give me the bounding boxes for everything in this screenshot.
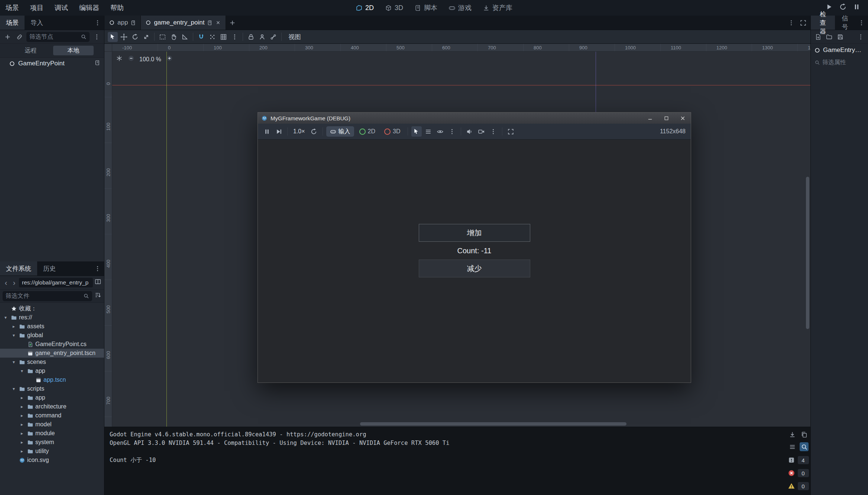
menu-item[interactable]: 调试 <box>49 0 74 16</box>
menu-item[interactable]: 帮助 <box>105 0 129 16</box>
scene-tab[interactable]: game_entry_point <box>141 16 226 30</box>
workspace-tab[interactable]: 3D <box>385 4 403 12</box>
select-mode-button[interactable] <box>411 126 422 137</box>
scene-tree-menu-icon[interactable] <box>92 32 101 42</box>
expand-chevron[interactable]: ▾ <box>10 386 17 391</box>
workspace-tab[interactable]: 资产库 <box>483 3 512 12</box>
select-tool-button[interactable] <box>108 32 118 42</box>
pixel-snap-toggle[interactable] <box>207 32 217 42</box>
expand-chevron[interactable]: ▸ <box>19 395 25 400</box>
inspector-tab[interactable]: 检查器 <box>811 16 835 30</box>
expand-chevron[interactable]: ▸ <box>19 422 25 427</box>
file-tree-row[interactable]: ▸ utility <box>0 447 104 456</box>
zoom-out-icon[interactable] <box>127 55 135 64</box>
expand-chevron[interactable]: ▸ <box>19 440 25 445</box>
expand-chevron[interactable]: ▸ <box>19 404 25 409</box>
file-tree-row[interactable]: app.tscn <box>0 375 104 384</box>
resource-options-icon[interactable] <box>856 32 865 42</box>
file-tree-row[interactable]: 收藏： <box>0 304 104 313</box>
expand-chevron[interactable]: ▸ <box>10 324 17 329</box>
filter-properties-input[interactable]: 筛选属性 <box>811 56 868 68</box>
visibility-button[interactable] <box>435 126 446 137</box>
message-count-badge[interactable]: 4 <box>788 456 809 464</box>
warning-count-badge[interactable]: 0 <box>788 482 809 490</box>
decrease-button[interactable]: 减少 <box>419 260 530 277</box>
sort-files-icon[interactable] <box>94 292 101 300</box>
maximize-window-icon[interactable] <box>658 113 674 124</box>
selection-options-icon[interactable] <box>447 126 457 137</box>
workspace-tab[interactable]: 脚本 <box>414 3 437 12</box>
save-resource-icon[interactable] <box>836 32 845 42</box>
skeleton-options-button[interactable] <box>268 32 278 42</box>
increase-button[interactable]: 增加 <box>419 224 530 242</box>
list-select-tool-button[interactable] <box>158 32 168 42</box>
current-path[interactable]: res://global/game_entry_p <box>19 278 93 287</box>
close-window-icon[interactable] <box>674 113 691 124</box>
ruler-tool-button[interactable] <box>180 32 190 42</box>
restart-button[interactable] <box>839 3 847 13</box>
workspace-tab[interactable]: 2D <box>356 4 374 12</box>
tree-mode-button[interactable]: 本地 <box>53 46 94 55</box>
file-tree-row[interactable]: ▸ app <box>0 393 104 402</box>
scene-dock-menu-icon[interactable] <box>91 16 104 30</box>
zoom-percent[interactable]: 100.0 % <box>139 56 161 63</box>
menu-item[interactable]: 项目 <box>25 0 49 16</box>
menu-item[interactable]: 编辑器 <box>74 0 105 16</box>
scene-dock-tab[interactable]: 导入 <box>25 16 49 30</box>
file-tree-row[interactable]: ▸ model <box>0 420 104 429</box>
vertical-scrollbar[interactable] <box>806 177 809 329</box>
filter-files-input[interactable]: 筛选文件 <box>3 291 92 301</box>
scene-dock-tab[interactable]: 场景 <box>0 16 25 30</box>
new-scene-tab-button[interactable] <box>226 16 239 30</box>
filesystem-tab[interactable]: 历史 <box>37 261 62 276</box>
file-tree-row[interactable]: ▾ global <box>0 331 104 340</box>
filesystem-tab[interactable]: 文件系统 <box>0 261 37 276</box>
file-tree-row[interactable]: game_entry_point.tscn <box>0 349 104 358</box>
file-tree-row[interactable]: ▸ architecture <box>0 402 104 411</box>
nav-forward-icon[interactable]: › <box>11 279 17 286</box>
move-tool-button[interactable] <box>119 32 129 42</box>
zoom-in-icon[interactable] <box>166 55 173 64</box>
file-tree-row[interactable]: ▾ scripts <box>0 384 104 393</box>
add-node-button[interactable] <box>3 32 12 42</box>
scale-tool-button[interactable] <box>141 32 151 42</box>
expand-chevron[interactable]: ▾ <box>10 333 17 338</box>
menu-item[interactable]: 场景 <box>0 0 25 16</box>
scene-tab[interactable]: app <box>104 16 141 30</box>
lock-node-button[interactable] <box>246 32 256 42</box>
fullscreen-game-button[interactable] <box>506 126 516 137</box>
tree-mode-button[interactable]: 远程 <box>10 46 51 55</box>
open-script-icon[interactable] <box>94 60 100 68</box>
file-tree-row[interactable]: ▸ system <box>0 438 104 447</box>
close-tab-icon[interactable] <box>215 20 221 26</box>
file-tree-row[interactable]: ▸ command <box>0 411 104 420</box>
2d-pick-toggle[interactable]: 2D <box>356 126 379 137</box>
grid-snap-toggle[interactable] <box>218 32 229 42</box>
minimize-window-icon[interactable] <box>642 113 658 124</box>
pause-game-button[interactable] <box>262 126 272 137</box>
3d-pick-toggle[interactable]: 3D <box>380 126 404 137</box>
file-tree-row[interactable]: ▾ app <box>0 367 104 375</box>
inspector-menu-icon[interactable] <box>855 16 868 30</box>
instance-scene-button[interactable] <box>14 32 24 42</box>
camera-override-button[interactable] <box>476 126 487 137</box>
time-scale-button[interactable]: 1.0× <box>291 128 307 135</box>
game-window-titlebar[interactable]: MyGFrameworkGame (DEBUG) <box>258 113 691 124</box>
collapse-duplicates-icon[interactable] <box>788 442 797 451</box>
inspected-node-row[interactable]: GameEntryPoint... <box>811 44 868 56</box>
file-tree-row[interactable]: GameEntryPoint.cs <box>0 340 104 349</box>
smart-snap-toggle[interactable] <box>196 32 206 42</box>
center-view-icon[interactable] <box>116 55 123 64</box>
view-menu-button[interactable]: 视图 <box>285 33 305 41</box>
reset-speed-icon[interactable] <box>309 126 319 137</box>
scene-tree-node[interactable]: GameEntryPoint <box>0 58 104 69</box>
file-tree-row[interactable]: ▸ module <box>0 429 104 438</box>
input-mode-toggle[interactable]: 输入 <box>326 126 354 137</box>
group-node-button[interactable] <box>257 32 267 42</box>
scroll-to-bottom-icon[interactable] <box>788 430 797 439</box>
expand-chevron[interactable]: ▸ <box>19 449 25 454</box>
filter-nodes-input[interactable]: 筛选节点 <box>26 32 90 42</box>
split-view-icon[interactable] <box>94 278 101 287</box>
camera-options-icon[interactable] <box>488 126 499 137</box>
list-select-button[interactable] <box>423 126 434 137</box>
